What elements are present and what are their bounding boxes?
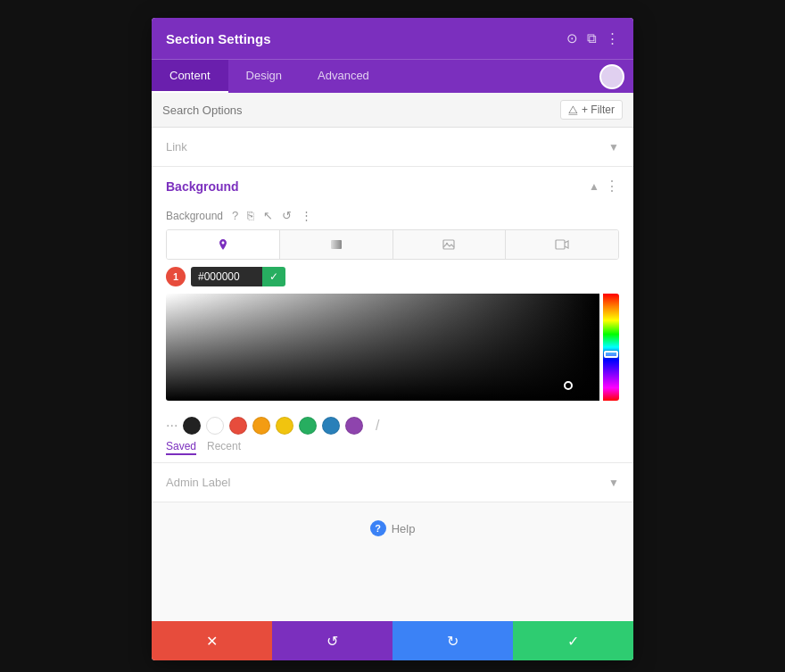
hue-slider[interactable] <box>603 294 619 401</box>
admin-label-text: Admin Label <box>166 476 230 489</box>
gradient-overlay <box>166 294 599 401</box>
background-type-tabs <box>166 229 619 260</box>
help-row[interactable]: ? Help <box>152 502 633 545</box>
bg-type-gradient[interactable] <box>280 230 393 259</box>
tab-bar: Content Design Advanced <box>152 59 633 93</box>
help-icon: ? <box>370 520 386 536</box>
help-circle-icon[interactable]: ? <box>232 209 238 222</box>
swatches-more-icon[interactable]: ··· <box>166 418 178 434</box>
color-fill-icon <box>216 237 230 252</box>
svg-rect-1 <box>443 240 454 249</box>
tab-content[interactable]: Content <box>152 60 228 93</box>
tab-design[interactable]: Design <box>228 60 300 93</box>
swatch-purple[interactable] <box>345 417 363 435</box>
cursor-icon[interactable]: ↖ <box>263 209 273 222</box>
color-confirm-button[interactable]: ✓ <box>262 267 285 286</box>
filter-icon: ⧋ <box>568 104 578 116</box>
bg-type-video[interactable] <box>506 230 618 259</box>
background-header-right: ▲ ⋮ <box>589 178 619 195</box>
background-title: Background <box>166 179 239 194</box>
settings-icon[interactable]: ⊙ <box>566 30 578 46</box>
background-more-icon[interactable]: ⋮ <box>605 178 619 195</box>
panel-footer: ✕ ↺ ↻ ✓ <box>152 621 633 660</box>
hue-slider-handle[interactable] <box>604 351 618 358</box>
panel-title: Section Settings <box>166 31 271 46</box>
saved-tab[interactable]: Saved <box>166 440 196 455</box>
header-icons: ⊙ ⧉ ⋮ <box>566 30 619 46</box>
color-input-row: 1 ✓ <box>166 267 619 286</box>
svg-rect-3 <box>556 240 565 249</box>
undo-icon[interactable]: ↺ <box>282 209 292 222</box>
section-settings-panel: Section Settings ⊙ ⧉ ⋮ Content Design Ad… <box>152 18 633 660</box>
columns-icon[interactable]: ⧉ <box>587 30 597 46</box>
toolbar-more-icon[interactable]: ⋮ <box>301 209 312 222</box>
admin-label-row[interactable]: Admin Label ▼ <box>152 463 633 502</box>
image-icon <box>442 237 456 252</box>
swatch-orange[interactable] <box>252 417 270 435</box>
save-button[interactable]: ✓ <box>513 621 633 660</box>
swatch-black[interactable] <box>183 417 201 435</box>
background-toolbar-label: Background <box>166 210 223 222</box>
filter-button[interactable]: ⧋ + Filter <box>560 100 623 120</box>
color-number-badge: 1 <box>166 267 186 286</box>
avatar <box>599 64 624 89</box>
color-gradient-picker <box>166 294 619 401</box>
recent-tab[interactable]: Recent <box>207 440 241 455</box>
reset-button[interactable]: ↺ <box>272 621 392 660</box>
gradient-icon <box>329 237 343 252</box>
swatch-red[interactable] <box>229 417 247 435</box>
link-label: Link <box>166 140 187 153</box>
panel-header: Section Settings ⊙ ⧉ ⋮ <box>152 18 633 59</box>
help-label: Help <box>392 522 416 535</box>
background-header: Background ▲ ⋮ <box>152 167 633 205</box>
bg-type-color[interactable] <box>167 230 280 259</box>
swatch-green[interactable] <box>299 417 317 435</box>
color-picker-area: 1 ✓ <box>152 267 633 411</box>
tab-advanced[interactable]: Advanced <box>300 60 387 93</box>
background-toolbar: Background ? ⎘ ↖ ↺ ⋮ <box>152 205 633 229</box>
background-section: Background ▲ ⋮ Background ? ⎘ ↖ ↺ ⋮ <box>152 167 633 463</box>
background-chevron-up-icon[interactable]: ▲ <box>589 180 599 193</box>
picker-handle[interactable] <box>564 381 573 390</box>
color-input-box: ✓ <box>191 267 285 286</box>
link-chevron-icon: ▼ <box>608 141 619 153</box>
copy-icon[interactable]: ⎘ <box>247 209 254 222</box>
more-options-icon[interactable]: ⋮ <box>606 30 619 46</box>
redo-button[interactable]: ↻ <box>392 621 513 660</box>
link-section-row[interactable]: Link ▼ <box>152 128 633 167</box>
search-bar: ⧋ + Filter <box>152 93 633 128</box>
admin-label-chevron-icon: ▼ <box>608 477 619 489</box>
gradient-bg <box>166 294 599 401</box>
eyedropper-icon[interactable]: / <box>368 417 386 435</box>
swatch-blue[interactable] <box>322 417 340 435</box>
panel-content: Link ▼ Background ▲ ⋮ Background ? ⎘ ↖ ↺… <box>152 128 633 621</box>
cancel-button[interactable]: ✕ <box>152 621 272 660</box>
color-hex-input[interactable] <box>191 267 262 286</box>
video-icon <box>555 237 569 252</box>
svg-rect-0 <box>331 240 342 249</box>
bg-type-image[interactable] <box>393 230 507 259</box>
color-gradient-canvas[interactable] <box>166 294 599 401</box>
color-swatches-row: ··· / <box>152 411 633 438</box>
swatch-yellow[interactable] <box>276 417 293 435</box>
swatch-white[interactable] <box>206 417 224 435</box>
search-input[interactable] <box>162 104 560 117</box>
saved-recent-tabs: Saved Recent <box>152 438 633 462</box>
